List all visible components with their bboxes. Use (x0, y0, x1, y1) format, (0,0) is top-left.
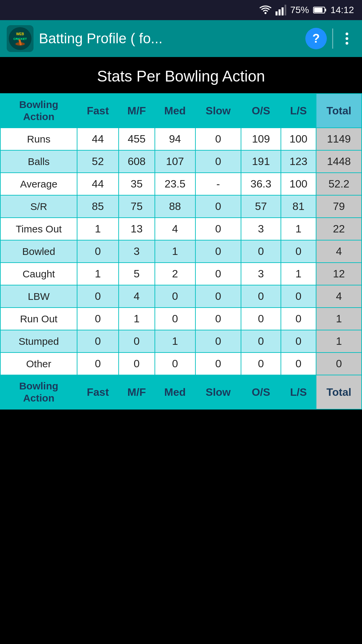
app-logo: WEB CRICKET (7, 25, 34, 52)
header-slow: Slow (195, 94, 241, 128)
svg-rect-1 (276, 11, 278, 15)
svg-rect-6 (325, 9, 326, 11)
svg-rect-7 (314, 8, 322, 12)
table-row: Run Out0100001 (0, 308, 362, 330)
header-ls: L/S (281, 94, 316, 128)
table-row: Times Out113403122 (0, 218, 362, 240)
svg-rect-4 (285, 5, 286, 15)
app-bar: WEB CRICKET Batting Profile ( fo... ? (0, 20, 362, 57)
table-row: Stumped0010001 (0, 330, 362, 353)
divider (332, 29, 333, 49)
table-row: Runs444559401091001149 (0, 128, 362, 150)
svg-rect-2 (279, 9, 281, 15)
section-title: Stats Per Bowling Action (0, 67, 362, 85)
header-total: Total (316, 94, 362, 128)
header-mf: M/F (119, 94, 155, 128)
table-row: LBW0400004 (0, 285, 362, 308)
signal-icon (276, 5, 286, 15)
table-row: Average443523.5-36.310052.2 (0, 173, 362, 195)
table-footer-row: BowlingAction Fast M/F Med Slow O/S L/S … (0, 375, 362, 409)
help-button[interactable]: ? (305, 28, 327, 49)
footer-fast: Fast (77, 375, 119, 409)
section-header: Stats Per Bowling Action (0, 57, 362, 93)
logo-icon: WEB CRICKET (8, 26, 32, 51)
header-fast: Fast (77, 94, 119, 128)
footer-total: Total (316, 375, 362, 409)
app-title: Batting Profile ( fo... (39, 31, 300, 47)
footer-bowling-action: BowlingAction (0, 375, 77, 409)
footer-os: O/S (241, 375, 281, 409)
battery-icon (313, 6, 326, 14)
status-icons: 75% 14:12 (259, 5, 354, 15)
svg-rect-3 (282, 7, 284, 15)
more-button[interactable] (339, 33, 355, 45)
wifi-icon (259, 5, 272, 15)
footer-ls: L/S (281, 375, 316, 409)
table-row: Bowled0310004 (0, 240, 362, 263)
stats-table: BowlingAction Fast M/F Med Slow O/S L/S … (0, 93, 362, 410)
svg-point-0 (264, 12, 266, 14)
more-dots-icon (346, 33, 348, 45)
svg-text:WEB: WEB (16, 32, 24, 36)
table-row: Caught15203112 (0, 263, 362, 285)
footer-mf: M/F (119, 375, 155, 409)
battery-text: 75% (290, 5, 309, 15)
table-header-row: BowlingAction Fast M/F Med Slow O/S L/S … (0, 94, 362, 128)
table-row: S/R8575880578179 (0, 195, 362, 218)
table-row: Balls5260810701911231448 (0, 150, 362, 173)
footer-med: Med (155, 375, 195, 409)
header-med: Med (155, 94, 195, 128)
stats-table-container: BowlingAction Fast M/F Med Slow O/S L/S … (0, 93, 362, 410)
footer-slow: Slow (195, 375, 241, 409)
table-row: Other0000000 (0, 353, 362, 375)
header-os: O/S (241, 94, 281, 128)
status-bar: 75% 14:12 (0, 0, 362, 20)
header-bowling-action: BowlingAction (0, 94, 77, 128)
time-text: 14:12 (330, 5, 354, 15)
